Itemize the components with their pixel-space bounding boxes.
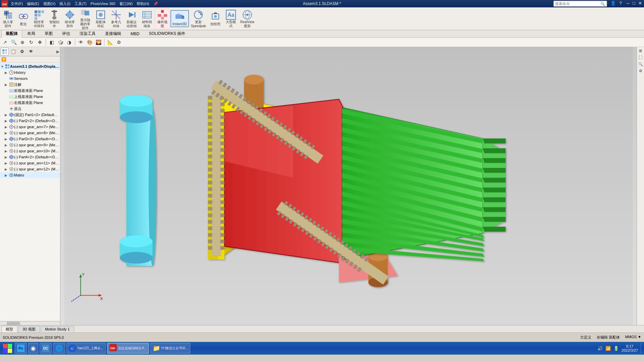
toolbar-update-speedpak[interactable]: 更新Speedpak: [190, 9, 207, 29]
view-orientation-icon[interactable]: ↗: [1, 39, 9, 46]
zoom-area-icon[interactable]: ⊕: [19, 39, 26, 46]
display-manager-tab[interactable]: 👁: [27, 48, 35, 56]
tree-part4[interactable]: ▶ (-) Part4<2> (Default<<Defaul: [0, 154, 60, 160]
taskbar-oc[interactable]: OC: [40, 343, 52, 354]
tab-render[interactable]: 渲染工具: [75, 30, 100, 38]
menu-insert[interactable]: 插入(I): [58, 1, 71, 6]
toolbar-reference[interactable]: 参考几何体: [109, 9, 123, 29]
filter-icon[interactable]: 🔽: [1, 57, 6, 62]
feature-manager-tab[interactable]: [1, 48, 9, 56]
tree-sensors[interactable]: Sensors: [0, 75, 60, 82]
toolbar-realview[interactable]: RealView图形: [239, 9, 256, 29]
tab-3d-view[interactable]: 3D 视图: [18, 326, 40, 332]
taskbar-hao123[interactable]: h hao123_上网从...: [66, 343, 106, 354]
tree-spur7[interactable]: ▶ (-) spur gear_am<7> (Metric -: [0, 124, 60, 130]
taskbar-explorer[interactable]: 📁 H:\微信公众号\0...: [150, 343, 190, 354]
tab-mbd[interactable]: MBD: [126, 31, 144, 37]
tab-assembly[interactable]: 装配体: [1, 30, 22, 38]
tree-part2[interactable]: ▶ (-) Part2<2> (Default<<Defaul: [0, 118, 60, 124]
menu-photoview[interactable]: PhotoView 360: [89, 2, 117, 6]
toolbar-show-hidden[interactable]: 显示隐藏的零部件: [78, 7, 93, 31]
user-icon[interactable]: 👤: [610, 1, 616, 5]
tab-sketch[interactable]: 草图: [40, 30, 57, 38]
taskbar-app2[interactable]: ◉: [28, 343, 38, 354]
tray-icon-1[interactable]: 🔊: [597, 346, 603, 351]
tree-spur11[interactable]: ▶ (-) spur gear_am<11> (Metric: [0, 160, 60, 166]
maximize-button[interactable]: □: [631, 1, 637, 5]
toolbar-materials[interactable]: 材料明细表: [140, 9, 154, 29]
show-desktop-btn[interactable]: [641, 343, 643, 354]
tree-spur8[interactable]: ▶ (-) spur gear_am<8> (Metric -: [0, 130, 60, 136]
appearance-icon[interactable]: 🎨: [86, 39, 93, 46]
right-btn-1[interactable]: ⊞: [638, 48, 644, 54]
toolbar-insert-part[interactable]: 插入零部件: [1, 9, 15, 29]
pan-icon[interactable]: ✥: [36, 39, 44, 46]
tree-mates[interactable]: ▶ Mates: [0, 172, 60, 178]
taskbar-photoshop[interactable]: Ps: [15, 343, 27, 354]
menu-view[interactable]: 视图(V): [42, 1, 57, 6]
toolbar-quick-snap[interactable]: 拍快照: [208, 10, 223, 27]
menu-edit[interactable]: 编辑(E): [26, 1, 41, 6]
units-selector[interactable]: MMGS ▼: [625, 335, 641, 340]
rotate-icon[interactable]: ↻: [28, 39, 35, 46]
tree-right-plane[interactable]: 右视基准面 Plane: [0, 100, 60, 106]
tree-part1[interactable]: ▶ (固定) Part1<2> (Default<<Def: [0, 112, 60, 118]
tree-spur9[interactable]: ▶ (-) spur gear_am<9> (Metric -: [0, 142, 60, 148]
tab-sw-plugins[interactable]: SOLIDWORKS 插件: [145, 30, 190, 38]
toolbar-large-style[interactable]: Aa 大型模式: [224, 9, 238, 29]
panel-expand-arrow[interactable]: ▶: [56, 49, 59, 54]
tab-evaluate[interactable]: 评估: [58, 30, 75, 38]
taskbar-browser[interactable]: 🌐: [53, 343, 65, 354]
scene-icon[interactable]: 🌄: [95, 39, 102, 46]
tab-model[interactable]: 模型: [1, 326, 17, 332]
zoom-to-fit-icon[interactable]: 🔍: [10, 39, 17, 46]
panel-scroll-thumb[interactable]: [7, 322, 20, 325]
toolbar-smart-fastener[interactable]: 智能扣件: [47, 9, 62, 29]
menu-window[interactable]: 窗口(W): [118, 1, 134, 6]
toolbar-new-motion[interactable]: 新建运动算例: [124, 9, 139, 29]
toolbar-instant3d[interactable]: Instant3D: [170, 10, 189, 27]
start-button[interactable]: [1, 342, 13, 354]
search-icon[interactable]: 🔍: [600, 1, 605, 6]
toolbar-move-part[interactable]: 移动零部件: [62, 9, 77, 29]
tree-history[interactable]: ▶ History: [0, 69, 60, 75]
tab-motion-study[interactable]: Motion Study 1: [41, 326, 74, 332]
settings-icon[interactable]: ⚙: [115, 39, 122, 46]
toolbar-mate[interactable]: 配合: [16, 10, 31, 27]
toolbar-linear-pattern[interactable]: 线性零件阵列: [32, 9, 46, 29]
tree-root[interactable]: ▼ Assem3.1 (Default<Display State-: [0, 63, 60, 69]
right-btn-2[interactable]: ⛶: [638, 54, 644, 60]
pin-icon[interactable]: 📌: [152, 2, 159, 6]
toolbar-assembly-feature[interactable]: 装配体特征: [93, 9, 108, 29]
system-clock[interactable]: 8:17 2022/3/27: [622, 344, 638, 352]
menu-tools[interactable]: 工具(T): [73, 1, 88, 6]
tree-notes[interactable]: ▶ 注解: [0, 82, 60, 88]
tree-spur12[interactable]: ▶ (-) spur gear_am<12> (Metric: [0, 166, 60, 172]
menu-file[interactable]: 文件(F): [9, 1, 24, 6]
config-manager-tab[interactable]: ⚙: [18, 48, 26, 56]
search-input[interactable]: [555, 2, 600, 6]
tree-origin[interactable]: 原点: [0, 106, 60, 112]
close-button[interactable]: ✕: [637, 1, 643, 5]
hide-show-icon[interactable]: 👁: [77, 39, 85, 46]
help-icon[interactable]: ?: [618, 1, 623, 5]
property-manager-tab[interactable]: 📋: [9, 48, 17, 56]
tree-front-plane[interactable]: 前视基准面 Plane: [0, 88, 60, 94]
minimize-button[interactable]: ─: [625, 1, 631, 5]
right-btn-4[interactable]: ⚙: [638, 68, 644, 74]
tray-icon-3[interactable]: 🔋: [613, 346, 619, 351]
tree-part3[interactable]: ▶ (-) Part3<3> (Default<<Defaul: [0, 136, 60, 142]
tab-layout[interactable]: 布局: [23, 30, 40, 38]
toolbar-exploded-view[interactable]: 爆炸视图: [155, 8, 170, 29]
tab-direct-edit[interactable]: 直接编辑: [101, 30, 126, 38]
tree-top-plane[interactable]: 上视基准面 Plane: [0, 94, 60, 100]
view-3d-icon[interactable]: 🎲: [57, 39, 64, 46]
menu-help[interactable]: 帮助(H): [135, 1, 150, 6]
section-view-icon[interactable]: ◧: [48, 39, 55, 46]
viewport[interactable]: Y X: [60, 47, 637, 325]
panel-scrollbar[interactable]: [0, 321, 60, 325]
right-btn-3[interactable]: 🔍: [638, 61, 644, 67]
tray-icon-2[interactable]: 📶: [605, 346, 611, 351]
display-style-icon[interactable]: ◑: [65, 39, 73, 46]
search-bar[interactable]: 🔍: [553, 1, 607, 7]
